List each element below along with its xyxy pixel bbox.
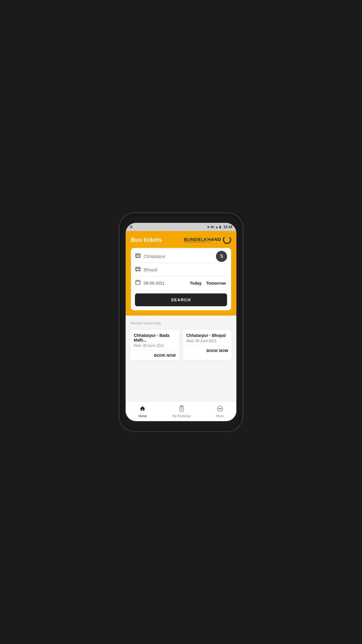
tomorrow-button[interactable]: Tomorrow xyxy=(205,280,227,286)
swap-icon: ⇅ xyxy=(220,254,224,259)
status-time: 12:16 xyxy=(223,225,232,229)
more-dots-icon xyxy=(217,405,223,413)
power-button xyxy=(242,267,243,284)
svg-point-25 xyxy=(220,408,220,409)
card-body-1: Chhatarpur - Bhopal Wed, 09 June 2021 xyxy=(183,330,232,345)
nav-item-home[interactable]: Home xyxy=(133,404,153,419)
status-bar: ∗ 4G ▲ ▮ 12:16 xyxy=(126,223,236,231)
search-form: ⇅ xyxy=(131,248,231,310)
card-route-0: Chhatarpur - Bada Malh... xyxy=(134,333,176,342)
recent-card-0: Chhatarpur - Bada Malh... Wed, 09 June 2… xyxy=(130,330,179,360)
phone-screen: ∗ 4G ▲ ▮ 12:16 Bus tickets BUNDELKHAND T… xyxy=(126,223,236,421)
battery-icon: ▮ xyxy=(219,225,221,229)
date-row: 09-06-2021 Today Tomorrow xyxy=(135,276,227,290)
header-top: Bus tickets BUNDELKHAND TRANSPORT SERVIC… xyxy=(131,236,231,244)
search-button[interactable]: SEARCH xyxy=(135,293,227,306)
recent-cards-container: Chhatarpur - Bada Malh... Wed, 09 June 2… xyxy=(130,330,232,360)
svg-point-26 xyxy=(221,408,221,409)
calendar-icon xyxy=(135,279,141,287)
volume-down-button xyxy=(119,273,120,284)
svg-rect-14 xyxy=(136,280,140,284)
main-content: Recent searches Chhatarpur - Bada Malh..… xyxy=(126,316,236,401)
nav-label-home: Home xyxy=(138,414,147,418)
card-footer-0: BOOK NOW xyxy=(130,350,179,360)
recent-card-1: Chhatarpur - Bhopal Wed, 09 June 2021 BO… xyxy=(183,330,232,360)
recent-searches-title: Recent searches xyxy=(130,321,232,326)
nav-item-bookings[interactable]: My Bookings xyxy=(167,404,197,419)
volume-up-button xyxy=(119,260,120,270)
book-now-button-0[interactable]: BOOK NOW xyxy=(154,353,176,358)
status-indicator xyxy=(130,225,133,228)
from-bus-icon xyxy=(135,253,141,260)
brand-name: BUNDELKHAND xyxy=(184,237,221,242)
signal-icon: ▲ xyxy=(215,225,218,229)
card-body-0: Chhatarpur - Bada Malh... Wed, 09 June 2… xyxy=(130,330,179,350)
nav-item-more[interactable]: More xyxy=(210,404,229,419)
swap-button[interactable]: ⇅ xyxy=(216,251,227,262)
book-now-button-1[interactable]: BOOK NOW xyxy=(207,349,228,353)
nav-label-bookings: My Bookings xyxy=(173,414,191,418)
brand-logo: BUNDELKHAND TRANSPORT SERVICE L.L.P. xyxy=(184,236,231,244)
bluetooth-icon: ∗ xyxy=(207,225,210,229)
nav-label-more: More xyxy=(216,414,224,418)
app-content: Bus tickets BUNDELKHAND TRANSPORT SERVIC… xyxy=(126,231,236,421)
today-button[interactable]: Today xyxy=(189,280,203,286)
svg-rect-22 xyxy=(181,405,182,406)
status-left xyxy=(130,225,133,228)
status-icons: ∗ 4G ▲ ▮ xyxy=(207,225,221,229)
to-field-row xyxy=(135,263,227,276)
date-value[interactable]: 09-06-2021 xyxy=(144,281,189,286)
phone-frame: ∗ 4G ▲ ▮ 12:16 Bus tickets BUNDELKHAND T… xyxy=(120,214,242,431)
bottom-nav: Home My Bookings xyxy=(126,401,236,421)
card-date-1: Wed, 09 June 2021 xyxy=(186,339,228,343)
card-route-1: Chhatarpur - Bhopal xyxy=(186,333,228,338)
to-input[interactable] xyxy=(144,267,227,272)
date-quick-buttons: Today Tomorrow xyxy=(189,280,227,286)
home-icon xyxy=(139,405,146,413)
card-date-0: Wed, 09 June 2021 xyxy=(134,344,176,348)
clipboard-icon xyxy=(178,405,185,413)
to-bus-icon xyxy=(135,266,141,273)
brand-arc-icon xyxy=(223,236,231,244)
app-header: Bus tickets BUNDELKHAND TRANSPORT SERVIC… xyxy=(126,231,236,316)
svg-point-24 xyxy=(219,408,219,409)
from-field-row: ⇅ xyxy=(135,250,227,263)
app-title: Bus tickets xyxy=(131,237,162,243)
status-right: ∗ 4G ▲ ▮ 12:16 xyxy=(207,225,232,229)
card-footer-1: BOOK NOW xyxy=(183,345,232,356)
network-4g-icon: 4G xyxy=(210,225,214,229)
from-input[interactable] xyxy=(144,254,227,259)
